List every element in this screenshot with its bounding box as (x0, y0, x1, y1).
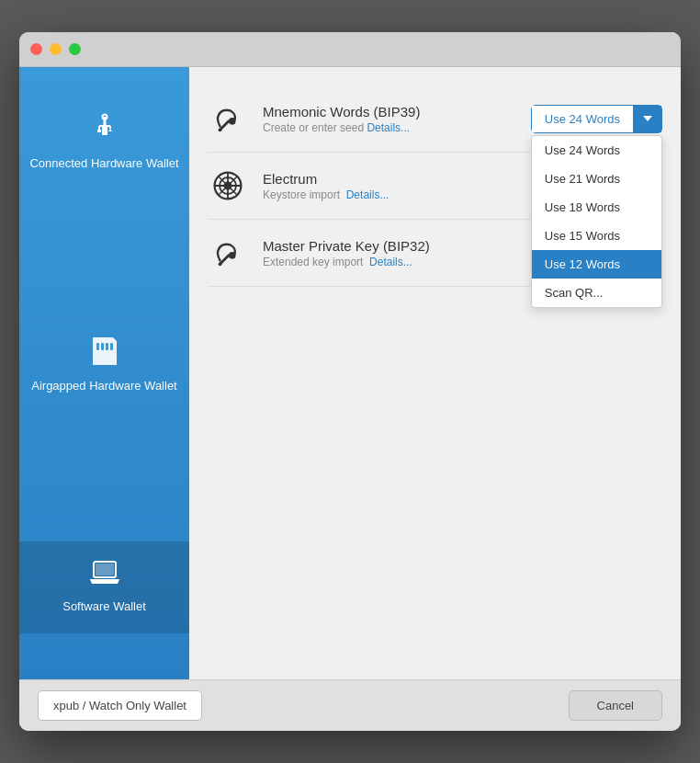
dropdown-item-qr[interactable]: Scan QR... (532, 279, 661, 307)
svg-point-16 (219, 128, 222, 131)
svg-point-25 (219, 262, 222, 266)
svg-rect-12 (110, 343, 113, 350)
cancel-button[interactable]: Cancel (569, 690, 662, 721)
electrum-icon (208, 165, 248, 206)
mnemonic-info: Mnemonic Words (BIP39) Create or enter s… (263, 104, 516, 134)
svg-rect-6 (97, 130, 101, 132)
sdcard-icon (93, 337, 117, 371)
mnemonic-desc: Create or enter seed Details... (263, 121, 516, 134)
svg-rect-10 (101, 343, 104, 350)
dropdown-item-18[interactable]: Use 18 Words (532, 193, 661, 222)
sidebar-item-connected-hardware-wallet[interactable]: Connected Hardware Wallet (19, 95, 189, 190)
master-key-details-link[interactable]: Details... (369, 256, 412, 268)
traffic-lights (30, 43, 81, 55)
dropdown-item-21[interactable]: Use 21 Words (532, 165, 661, 193)
main-window: Connected Hardware Wallet Airgapped Hard… (19, 32, 681, 731)
sidebar-item-software-wallet[interactable]: Software Wallet (19, 541, 189, 633)
master-key-icon (208, 233, 248, 273)
svg-rect-11 (106, 343, 108, 350)
words-dropdown[interactable]: Use 24 Words (531, 105, 662, 133)
mnemonic-action: Use 24 Words Use 24 Words Use 21 Words U… (531, 105, 662, 133)
xpub-watch-only-button[interactable]: xpub / Watch Only Wallet (38, 690, 202, 721)
svg-rect-14 (96, 564, 114, 575)
svg-rect-9 (96, 343, 99, 350)
window-body: Connected Hardware Wallet Airgapped Hard… (19, 67, 681, 679)
svg-marker-8 (108, 129, 112, 131)
footer: xpub / Watch Only Wallet Cancel (19, 679, 681, 731)
sidebar-item-software-wallet-label: Software Wallet (62, 599, 146, 615)
titlebar (19, 32, 681, 67)
sidebar: Connected Hardware Wallet Airgapped Hard… (19, 67, 189, 679)
dropdown-menu: Use 24 Words Use 21 Words Use 18 Words U… (531, 135, 662, 308)
sidebar-item-connected-hardware-wallet-label: Connected Hardware Wallet (29, 156, 178, 172)
sidebar-item-airgapped-hardware-wallet-label: Airgapped Hardware Wallet (31, 379, 176, 394)
mnemonic-details-link[interactable]: Details... (367, 121, 410, 134)
dropdown-item-15[interactable]: Use 15 Words (532, 222, 661, 250)
dropdown-item-24[interactable]: Use 24 Words (532, 136, 661, 165)
laptop-icon (90, 560, 119, 592)
electrum-details-link[interactable]: Details... (346, 188, 390, 201)
minimize-button[interactable] (50, 43, 62, 55)
usb-icon (90, 113, 119, 149)
sidebar-item-airgapped-hardware-wallet[interactable]: Airgapped Hardware Wallet (19, 319, 189, 413)
maximize-button[interactable] (69, 43, 81, 55)
mnemonic-icon (208, 98, 248, 139)
close-button[interactable] (30, 43, 42, 55)
dropdown-main-btn[interactable]: Use 24 Words (532, 106, 634, 132)
main-content: Mnemonic Words (BIP39) Create or enter s… (189, 67, 681, 679)
dropdown-item-12[interactable]: Use 12 Words (532, 250, 661, 279)
wallet-option-mnemonic: Mnemonic Words (BIP39) Create or enter s… (208, 85, 662, 153)
dropdown-arrow-btn[interactable] (634, 106, 661, 132)
mnemonic-name: Mnemonic Words (BIP39) (263, 104, 516, 120)
